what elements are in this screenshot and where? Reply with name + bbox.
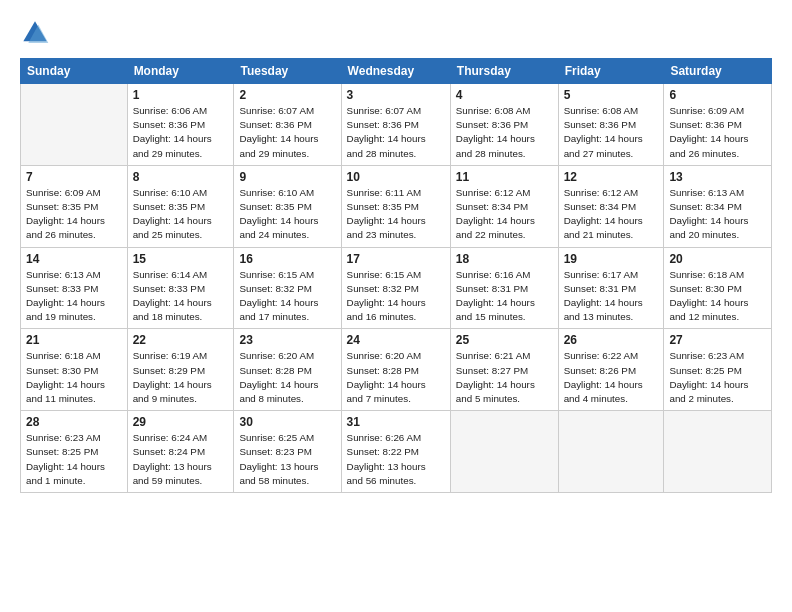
day-cell: 18Sunrise: 6:16 AM Sunset: 8:31 PM Dayli… xyxy=(450,247,558,329)
day-info: Sunrise: 6:24 AM Sunset: 8:24 PM Dayligh… xyxy=(133,431,229,488)
day-cell: 14Sunrise: 6:13 AM Sunset: 8:33 PM Dayli… xyxy=(21,247,128,329)
day-cell: 12Sunrise: 6:12 AM Sunset: 8:34 PM Dayli… xyxy=(558,165,664,247)
day-info: Sunrise: 6:14 AM Sunset: 8:33 PM Dayligh… xyxy=(133,268,229,325)
weekday-tuesday: Tuesday xyxy=(234,59,341,84)
day-number: 18 xyxy=(456,252,553,266)
day-number: 14 xyxy=(26,252,122,266)
day-info: Sunrise: 6:20 AM Sunset: 8:28 PM Dayligh… xyxy=(239,349,335,406)
day-cell: 7Sunrise: 6:09 AM Sunset: 8:35 PM Daylig… xyxy=(21,165,128,247)
day-cell xyxy=(21,84,128,166)
day-cell: 5Sunrise: 6:08 AM Sunset: 8:36 PM Daylig… xyxy=(558,84,664,166)
day-number: 1 xyxy=(133,88,229,102)
day-number: 23 xyxy=(239,333,335,347)
day-number: 10 xyxy=(347,170,445,184)
weekday-sunday: Sunday xyxy=(21,59,128,84)
week-row-5: 28Sunrise: 6:23 AM Sunset: 8:25 PM Dayli… xyxy=(21,411,772,493)
day-cell: 30Sunrise: 6:25 AM Sunset: 8:23 PM Dayli… xyxy=(234,411,341,493)
day-number: 21 xyxy=(26,333,122,347)
day-info: Sunrise: 6:17 AM Sunset: 8:31 PM Dayligh… xyxy=(564,268,659,325)
day-number: 30 xyxy=(239,415,335,429)
day-cell: 4Sunrise: 6:08 AM Sunset: 8:36 PM Daylig… xyxy=(450,84,558,166)
day-cell: 10Sunrise: 6:11 AM Sunset: 8:35 PM Dayli… xyxy=(341,165,450,247)
header xyxy=(20,18,772,48)
day-number: 19 xyxy=(564,252,659,266)
day-number: 27 xyxy=(669,333,766,347)
day-cell: 17Sunrise: 6:15 AM Sunset: 8:32 PM Dayli… xyxy=(341,247,450,329)
day-info: Sunrise: 6:12 AM Sunset: 8:34 PM Dayligh… xyxy=(564,186,659,243)
day-info: Sunrise: 6:10 AM Sunset: 8:35 PM Dayligh… xyxy=(133,186,229,243)
day-number: 13 xyxy=(669,170,766,184)
day-number: 7 xyxy=(26,170,122,184)
day-info: Sunrise: 6:09 AM Sunset: 8:35 PM Dayligh… xyxy=(26,186,122,243)
day-number: 17 xyxy=(347,252,445,266)
day-cell: 13Sunrise: 6:13 AM Sunset: 8:34 PM Dayli… xyxy=(664,165,772,247)
weekday-thursday: Thursday xyxy=(450,59,558,84)
day-info: Sunrise: 6:08 AM Sunset: 8:36 PM Dayligh… xyxy=(456,104,553,161)
day-cell: 24Sunrise: 6:20 AM Sunset: 8:28 PM Dayli… xyxy=(341,329,450,411)
weekday-wednesday: Wednesday xyxy=(341,59,450,84)
day-number: 9 xyxy=(239,170,335,184)
day-info: Sunrise: 6:18 AM Sunset: 8:30 PM Dayligh… xyxy=(26,349,122,406)
day-cell xyxy=(558,411,664,493)
day-cell: 23Sunrise: 6:20 AM Sunset: 8:28 PM Dayli… xyxy=(234,329,341,411)
day-info: Sunrise: 6:07 AM Sunset: 8:36 PM Dayligh… xyxy=(347,104,445,161)
week-row-1: 1Sunrise: 6:06 AM Sunset: 8:36 PM Daylig… xyxy=(21,84,772,166)
day-number: 25 xyxy=(456,333,553,347)
day-number: 24 xyxy=(347,333,445,347)
day-cell: 19Sunrise: 6:17 AM Sunset: 8:31 PM Dayli… xyxy=(558,247,664,329)
weekday-saturday: Saturday xyxy=(664,59,772,84)
day-number: 31 xyxy=(347,415,445,429)
day-info: Sunrise: 6:16 AM Sunset: 8:31 PM Dayligh… xyxy=(456,268,553,325)
day-info: Sunrise: 6:10 AM Sunset: 8:35 PM Dayligh… xyxy=(239,186,335,243)
day-number: 20 xyxy=(669,252,766,266)
day-cell: 25Sunrise: 6:21 AM Sunset: 8:27 PM Dayli… xyxy=(450,329,558,411)
day-number: 6 xyxy=(669,88,766,102)
day-number: 11 xyxy=(456,170,553,184)
day-cell: 26Sunrise: 6:22 AM Sunset: 8:26 PM Dayli… xyxy=(558,329,664,411)
day-cell: 22Sunrise: 6:19 AM Sunset: 8:29 PM Dayli… xyxy=(127,329,234,411)
day-info: Sunrise: 6:23 AM Sunset: 8:25 PM Dayligh… xyxy=(669,349,766,406)
day-info: Sunrise: 6:11 AM Sunset: 8:35 PM Dayligh… xyxy=(347,186,445,243)
day-cell: 27Sunrise: 6:23 AM Sunset: 8:25 PM Dayli… xyxy=(664,329,772,411)
day-cell: 1Sunrise: 6:06 AM Sunset: 8:36 PM Daylig… xyxy=(127,84,234,166)
day-info: Sunrise: 6:09 AM Sunset: 8:36 PM Dayligh… xyxy=(669,104,766,161)
day-cell: 28Sunrise: 6:23 AM Sunset: 8:25 PM Dayli… xyxy=(21,411,128,493)
day-info: Sunrise: 6:18 AM Sunset: 8:30 PM Dayligh… xyxy=(669,268,766,325)
day-info: Sunrise: 6:12 AM Sunset: 8:34 PM Dayligh… xyxy=(456,186,553,243)
day-cell: 6Sunrise: 6:09 AM Sunset: 8:36 PM Daylig… xyxy=(664,84,772,166)
day-number: 26 xyxy=(564,333,659,347)
day-number: 15 xyxy=(133,252,229,266)
logo xyxy=(20,18,54,48)
day-info: Sunrise: 6:26 AM Sunset: 8:22 PM Dayligh… xyxy=(347,431,445,488)
day-cell: 21Sunrise: 6:18 AM Sunset: 8:30 PM Dayli… xyxy=(21,329,128,411)
day-info: Sunrise: 6:15 AM Sunset: 8:32 PM Dayligh… xyxy=(239,268,335,325)
day-cell: 9Sunrise: 6:10 AM Sunset: 8:35 PM Daylig… xyxy=(234,165,341,247)
logo-icon xyxy=(20,18,50,48)
day-info: Sunrise: 6:20 AM Sunset: 8:28 PM Dayligh… xyxy=(347,349,445,406)
day-number: 29 xyxy=(133,415,229,429)
weekday-header-row: SundayMondayTuesdayWednesdayThursdayFrid… xyxy=(21,59,772,84)
day-cell: 15Sunrise: 6:14 AM Sunset: 8:33 PM Dayli… xyxy=(127,247,234,329)
day-number: 22 xyxy=(133,333,229,347)
day-cell: 20Sunrise: 6:18 AM Sunset: 8:30 PM Dayli… xyxy=(664,247,772,329)
day-number: 4 xyxy=(456,88,553,102)
calendar-table: SundayMondayTuesdayWednesdayThursdayFrid… xyxy=(20,58,772,493)
day-info: Sunrise: 6:13 AM Sunset: 8:34 PM Dayligh… xyxy=(669,186,766,243)
day-info: Sunrise: 6:23 AM Sunset: 8:25 PM Dayligh… xyxy=(26,431,122,488)
day-cell: 16Sunrise: 6:15 AM Sunset: 8:32 PM Dayli… xyxy=(234,247,341,329)
day-info: Sunrise: 6:06 AM Sunset: 8:36 PM Dayligh… xyxy=(133,104,229,161)
day-number: 16 xyxy=(239,252,335,266)
week-row-2: 7Sunrise: 6:09 AM Sunset: 8:35 PM Daylig… xyxy=(21,165,772,247)
day-info: Sunrise: 6:07 AM Sunset: 8:36 PM Dayligh… xyxy=(239,104,335,161)
day-cell: 11Sunrise: 6:12 AM Sunset: 8:34 PM Dayli… xyxy=(450,165,558,247)
day-number: 28 xyxy=(26,415,122,429)
day-cell xyxy=(664,411,772,493)
day-info: Sunrise: 6:13 AM Sunset: 8:33 PM Dayligh… xyxy=(26,268,122,325)
day-cell: 8Sunrise: 6:10 AM Sunset: 8:35 PM Daylig… xyxy=(127,165,234,247)
day-info: Sunrise: 6:21 AM Sunset: 8:27 PM Dayligh… xyxy=(456,349,553,406)
weekday-friday: Friday xyxy=(558,59,664,84)
page: SundayMondayTuesdayWednesdayThursdayFrid… xyxy=(0,0,792,612)
day-number: 5 xyxy=(564,88,659,102)
day-cell: 29Sunrise: 6:24 AM Sunset: 8:24 PM Dayli… xyxy=(127,411,234,493)
day-info: Sunrise: 6:15 AM Sunset: 8:32 PM Dayligh… xyxy=(347,268,445,325)
